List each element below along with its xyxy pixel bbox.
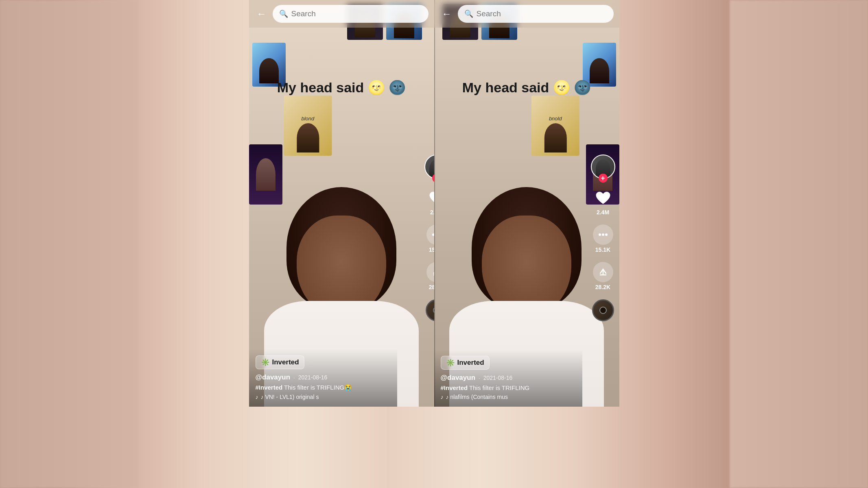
dots-icon-left[interactable] — [426, 224, 434, 245]
music-text-left: ♪ VN! - LVL1) original s — [261, 394, 319, 400]
share-count-left: 28.2K — [429, 284, 434, 290]
action-bar-right: + 2.4M 15.1K — [591, 155, 615, 321]
music-disc-right[interactable] — [592, 299, 614, 321]
inverted-star-icon-right: ✳️ — [446, 358, 455, 367]
share-button[interactable]: 28.2K — [426, 262, 434, 290]
panels-container: blond My head said 🌝 🌚 — [249, 0, 619, 407]
like-button[interactable]: 2.4M — [427, 188, 434, 216]
date-left: 2021-08-16 — [298, 374, 328, 381]
hashtag-line-right: #Inverted This filter is TRIFLING — [441, 384, 576, 391]
search-input-container-right[interactable]: 🔍 — [458, 5, 614, 23]
music-line-left: ♪ ♪ VN! - LVL1) original s — [256, 394, 391, 400]
panel-divider — [434, 0, 435, 407]
like-button-right[interactable]: 2.4M — [593, 188, 613, 216]
share-icon-right[interactable] — [593, 262, 613, 282]
music-text-right: ♪ nlafilms (Contains mus — [446, 394, 508, 400]
like-count-right: 2.4M — [597, 209, 609, 216]
svg-point-5 — [605, 233, 608, 236]
like-count-left: 2.4M — [430, 209, 434, 216]
comment-count-right: 15.1K — [595, 246, 610, 253]
share-button-right[interactable]: 28.2K — [593, 262, 613, 290]
heart-icon-left[interactable] — [427, 188, 434, 207]
left-video-panel: blond My head said 🌝 🌚 — [249, 0, 434, 407]
action-bar-center: + 2.4M 15.1K — [424, 155, 434, 321]
share-icon-left[interactable] — [426, 262, 434, 282]
hashtag-bold-left: #Inverted — [256, 384, 283, 391]
date-right: 2021-08-16 — [483, 375, 513, 381]
music-disc-left[interactable] — [426, 299, 434, 321]
inverted-badge-right: ✳️ Inverted — [441, 356, 490, 370]
search-icon-right: 🔍 — [464, 9, 473, 18]
search-input-left[interactable] — [291, 9, 422, 18]
search-icon-left: 🔍 — [279, 9, 288, 18]
svg-point-3 — [599, 233, 601, 236]
creator-avatar[interactable]: + — [424, 155, 434, 179]
search-bar-left: ← 🔍 — [249, 0, 434, 28]
right-video-panel: bnold My head said 🌝 🌚 + — [434, 0, 619, 407]
hashtag-text-right: This filter is TRIFLING — [469, 384, 529, 391]
bottom-info-left: ✳️ Inverted @davayun · 2021-08-16 #Inver… — [249, 349, 397, 407]
inverted-badge-text-right: Inverted — [457, 359, 484, 367]
inverted-badge-left: ✳️ Inverted — [256, 355, 304, 369]
username-line-right: @davayun · 2021-08-16 — [441, 374, 576, 382]
comment-button-right[interactable]: 15.1K — [593, 224, 613, 253]
svg-point-4 — [602, 233, 604, 236]
head-said-text-left: My head said 🌝 🌚 — [277, 80, 406, 95]
separator-right: · — [479, 375, 480, 381]
blond-text: blond — [301, 115, 314, 122]
video-overlay-text-right: My head said 🌝 🌚 — [434, 79, 619, 96]
dots-icon-right[interactable] — [593, 224, 613, 245]
music-line-right: ♪ ♪ nlafilms (Contains mus — [441, 394, 576, 400]
username-left: @davayun — [256, 373, 291, 381]
username-line-left: @davayun · 2021-08-16 — [256, 373, 391, 381]
share-count-right: 28.2K — [595, 284, 610, 290]
blond-text-right: bnold — [549, 115, 562, 122]
follow-plus-button-right[interactable]: + — [599, 174, 608, 183]
inverted-badge-text-left: Inverted — [272, 358, 299, 366]
music-note-right: ♪ — [441, 394, 444, 400]
search-bar-right: ← 🔍 — [434, 0, 619, 28]
username-right: @davayun — [441, 374, 476, 382]
back-button-left[interactable]: ← — [255, 7, 269, 21]
back-button-right[interactable]: ← — [440, 7, 454, 21]
inverted-star-icon-left: ✳️ — [261, 358, 270, 367]
bottom-info-right: ✳️ Inverted @davayun · 2021-08-16 #Inver… — [434, 349, 582, 407]
heart-icon-right[interactable] — [593, 188, 613, 207]
hashtag-bold-right: #Inverted — [441, 384, 468, 391]
music-note-left: ♪ — [256, 394, 258, 400]
search-input-right[interactable] — [477, 9, 607, 18]
comment-count-left: 15.1K — [429, 246, 434, 253]
head-said-text-right: My head said 🌝 🌚 — [462, 80, 591, 95]
search-input-container-left[interactable]: 🔍 — [273, 5, 429, 23]
music-disc-inner-left — [433, 307, 434, 314]
separator-left: · — [293, 375, 295, 381]
hashtag-text-left: This filter is TRIFLING😭 — [284, 384, 352, 391]
video-overlay-text-left: My head said 🌝 🌚 — [249, 79, 434, 96]
hashtag-line-left: #Inverted This filter is TRIFLING😭 — [256, 384, 391, 391]
comment-button[interactable]: 15.1K — [426, 224, 434, 253]
creator-avatar-right[interactable]: + — [591, 155, 615, 179]
music-disc-inner-right — [599, 307, 607, 314]
svg-point-0 — [432, 233, 434, 236]
